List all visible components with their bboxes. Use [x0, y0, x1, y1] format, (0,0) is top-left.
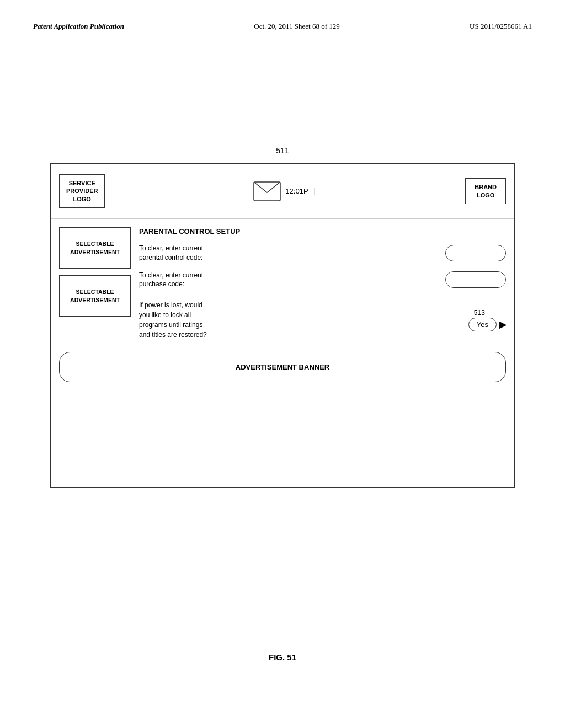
main-content-row: SELECTABLEADVERTISEMENT SELECTABLEADVERT…	[59, 227, 506, 340]
signal-indicator: │	[313, 188, 317, 195]
figure-ref: 511	[276, 146, 289, 155]
yes-button[interactable]: Yes	[468, 318, 497, 331]
form-row-parental: To clear, enter current parental control…	[139, 244, 506, 263]
brand-logo: BRANDLOGO	[465, 178, 506, 204]
top-bar: SERVICEPROVIDERLOGO 12:01P │ BRANDLOGO	[51, 164, 514, 219]
diagram-container: SERVICEPROVIDERLOGO 12:01P │ BRANDLOGO S…	[50, 163, 515, 488]
ref-label-513: 513	[474, 309, 485, 317]
header-publication: Patent Application Publication	[33, 22, 124, 31]
power-label: If power is lost, would you like to lock…	[139, 300, 463, 340]
parental-label: To clear, enter current parental control…	[139, 244, 440, 263]
ads-column: SELECTABLEADVERTISEMENT SELECTABLEADVERT…	[59, 227, 131, 340]
envelope-icon	[253, 181, 281, 201]
ad-box-2[interactable]: SELECTABLEADVERTISEMENT	[59, 275, 131, 317]
parental-section: PARENTAL CONTROL SETUP To clear, enter c…	[139, 227, 506, 340]
page-header: Patent Application Publication Oct. 20, …	[33, 22, 532, 31]
diagram-content: SELECTABLEADVERTISEMENT SELECTABLEADVERT…	[51, 219, 514, 345]
form-row-purchase: To clear, enter current purchase code:	[139, 271, 506, 290]
figure-caption: FIG. 51	[269, 652, 296, 662]
service-provider-logo: SERVICEPROVIDERLOGO	[59, 174, 105, 208]
parental-title: PARENTAL CONTROL SETUP	[139, 227, 506, 235]
power-section: If power is lost, would you like to lock…	[139, 300, 506, 340]
ad-banner[interactable]: ADVERTISEMENT BANNER	[59, 352, 506, 382]
purchase-code-input[interactable]	[445, 271, 506, 288]
time-display: 12:01P	[285, 187, 308, 195]
purchase-label: To clear, enter current purchase code:	[139, 271, 440, 290]
yes-control[interactable]: Yes ▶	[468, 318, 506, 331]
top-bar-center: 12:01P │	[110, 181, 460, 201]
header-date-sheet: Oct. 20, 2011 Sheet 68 of 129	[254, 22, 340, 31]
arrow-right-icon[interactable]: ▶	[499, 319, 506, 330]
header-patent-number: US 2011/0258661 A1	[470, 22, 532, 31]
ad-box-1[interactable]: SELECTABLEADVERTISEMENT	[59, 227, 131, 269]
parental-code-input[interactable]	[445, 245, 506, 261]
